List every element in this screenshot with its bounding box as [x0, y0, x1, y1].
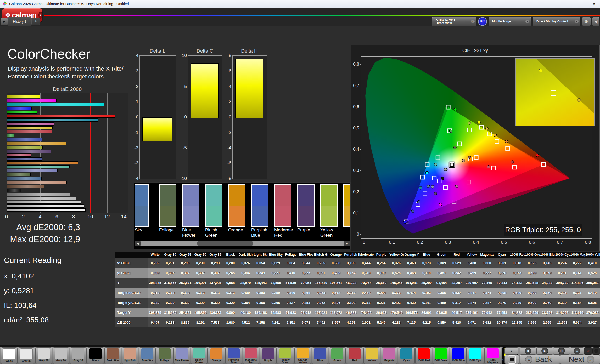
table-cell: 0,307: [163, 268, 178, 278]
deltae-bar-purplish-blue: [7, 157, 42, 161]
close-icon[interactable]: ✕: [588, 0, 600, 8]
patch-label: Yellow Green: [278, 359, 293, 364]
patch-button-gray-35[interactable]: Gray 35: [70, 347, 87, 364]
patch-button-purplish-blue[interactable]: Purplish Blue: [225, 347, 242, 364]
patch-button-gray-65[interactable]: Gray 65: [35, 347, 52, 364]
gridline: [233, 163, 267, 163]
table-cell: 6,078: [298, 317, 313, 327]
gridline: [140, 148, 176, 148]
cie-x-tick-label: 0,2: [414, 240, 426, 245]
patch-button-orange[interactable]: Orange: [208, 347, 225, 364]
table-cell: 0,305: [434, 288, 449, 298]
measured-marker: [468, 156, 471, 159]
patch-button-red[interactable]: Red: [346, 347, 363, 364]
meter-selector[interactable]: X-Rite i1Pro 3 Direct View ▼: [432, 17, 477, 26]
patch-button-foliage[interactable]: Foliage: [156, 347, 173, 364]
y-tick-label: 0: [184, 115, 187, 120]
stop-button[interactable]: ■: [520, 347, 536, 355]
maximize-icon[interactable]: □: [576, 0, 588, 8]
y-tick-label: -2: [134, 145, 138, 151]
patch-button-yellow[interactable]: Yellow: [363, 347, 380, 364]
table-cell: 0,529: [449, 258, 464, 268]
delta-h-axis: 86420-2-4-6-8: [223, 55, 232, 179]
patch-button-light-skin[interactable]: Light Skin: [122, 347, 138, 364]
scroll-left-icon[interactable]: ◀: [135, 241, 141, 246]
table-cell: 0,110: [419, 268, 434, 278]
patch-button-blue-flower[interactable]: Blue Flower: [173, 347, 190, 364]
patch-swatch: [124, 348, 136, 359]
collapse-panel-button[interactable]: ◀: [592, 17, 599, 26]
deltae-bar-gray-65: [7, 201, 81, 204]
loop-continuous-button[interactable]: ∞: [570, 347, 584, 355]
scrollbar-thumb[interactable]: [197, 241, 253, 246]
patch-button-orange-yellow[interactable]: Orange Yellow: [294, 347, 311, 364]
current-reading-heading: Current Reading: [4, 256, 61, 265]
table-cell: 235,191: [464, 308, 479, 317]
add-tab-button[interactable]: +: [31, 18, 40, 25]
tab-history-1[interactable]: History 1: [8, 17, 31, 26]
deltae-bar-100-cyan: [7, 103, 104, 106]
patch-label: Purple: [260, 359, 276, 362]
settings-button[interactable]: ⚙: [582, 17, 591, 26]
gridline: [188, 179, 222, 179]
patch-button-white[interactable]: White: [1, 347, 18, 364]
patch-button-100-green[interactable]: 100% Green: [433, 347, 449, 364]
meter-count-badge[interactable]: 542: [478, 17, 487, 26]
patch-button-purple[interactable]: Purple: [260, 347, 277, 364]
patch-button-100-blue[interactable]: 100% Blue: [450, 347, 467, 364]
record-button-disabled[interactable]: [592, 347, 600, 355]
deltae-bar-cyan: [7, 118, 98, 122]
tab-scroll-button[interactable]: ▶: [1, 18, 8, 25]
patch-button-black[interactable]: Black: [87, 347, 104, 364]
target-marker: [480, 125, 484, 129]
table-cell: 0,253: [298, 298, 313, 308]
minimize-icon[interactable]: —: [564, 0, 576, 8]
table-cell: 0,419: [585, 288, 600, 298]
swatch-strip-scrollbar[interactable]: ◀ ▶: [135, 241, 350, 246]
patch-button-100-red[interactable]: 100% Red: [415, 347, 432, 364]
scroll-right-icon[interactable]: ▶: [344, 241, 350, 246]
patch-button-100-cyan[interactable]: 100% Cyan: [467, 347, 484, 364]
patch-button-green[interactable]: Green: [329, 347, 346, 364]
patch-button-bluish-green[interactable]: Bluish Green: [191, 347, 208, 364]
pattern-window-button[interactable]: [504, 355, 519, 364]
patch-button-blue-sky[interactable]: Blue Sky: [139, 347, 156, 364]
column-header-100-red: 100% Red: [509, 252, 525, 258]
deltae-bar-blue-sky: [7, 177, 42, 180]
table-cell: 0,329: [193, 298, 208, 308]
patch-button-yellow-green[interactable]: Yellow Green: [277, 347, 294, 364]
source-selector[interactable]: Mobile Forge ▼: [488, 17, 531, 26]
table-cell: 0,447: [464, 288, 479, 298]
target-marker: [513, 165, 517, 169]
patch-list-up-button[interactable]: ▲: [504, 347, 518, 355]
target-marker: [452, 200, 456, 204]
table-cell: 0,330: [509, 298, 525, 308]
column-header-bluish-green: Bluish Green: [313, 252, 329, 258]
patch-label: Gray 50: [53, 359, 69, 362]
table-cell: 0,060: [540, 298, 555, 308]
refresh-button-disabled[interactable]: ⟳: [584, 347, 592, 355]
patch-button-blue[interactable]: Blue: [312, 347, 328, 364]
display-control-selector[interactable]: Direct Display Control ▼: [532, 17, 581, 26]
patch-swatch: [141, 348, 153, 359]
patch-button-gray-50[interactable]: Gray 50: [53, 347, 69, 364]
next-button[interactable]: Next »: [560, 355, 600, 364]
patch-button-moderate-red[interactable]: Moderate Red: [243, 347, 259, 364]
patch-button-magenta[interactable]: Magenta: [381, 347, 397, 364]
patch-button-dark-skin[interactable]: Dark Skin: [104, 347, 121, 364]
column-header-black: Black: [223, 252, 238, 258]
patch-button-gray-80[interactable]: Gray 80: [18, 347, 35, 364]
patch-button-100-magenta[interactable]: 100% Magenta: [484, 347, 501, 364]
patch-swatch: [38, 348, 50, 359]
table-cell: 43,287: [449, 278, 464, 288]
column-header-purplish-blue: Purplish Blue: [344, 252, 359, 258]
patch-swatch: [279, 348, 291, 358]
toolbar-divider: [0, 345, 600, 347]
patch-button-cyan[interactable]: Cyan: [398, 347, 415, 364]
step-range-button[interactable]: [··]: [553, 347, 570, 355]
measured-marker: [511, 161, 514, 163]
play-button[interactable]: ▶: [536, 347, 553, 355]
measured-color-half: [206, 206, 222, 226]
back-button[interactable]: « Back: [520, 355, 560, 364]
patch-label: Moderate Red: [243, 359, 259, 364]
